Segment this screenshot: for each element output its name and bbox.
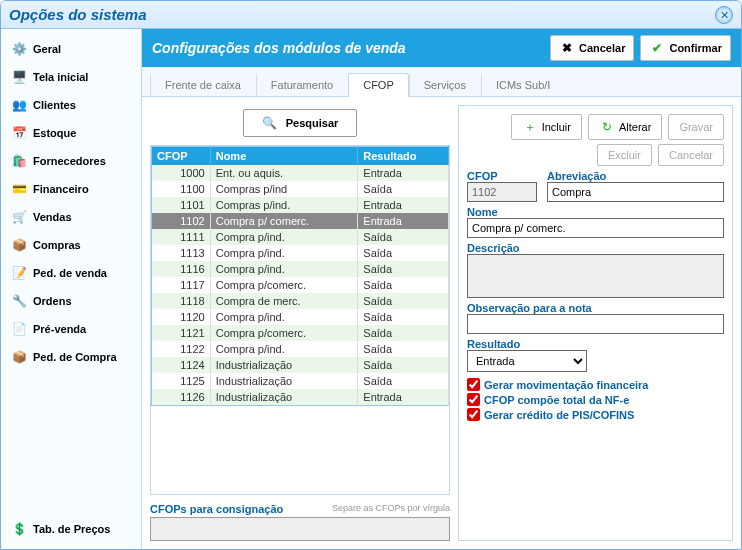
res-label: Resultado — [467, 338, 587, 350]
plus-icon: ＋ — [522, 119, 538, 135]
titlebar: Opções do sistema ✕ — [1, 1, 741, 29]
table-row[interactable]: 1113Compra p/ind.Saída — [152, 245, 449, 261]
sidebar-item-label: Ped. de Compra — [33, 351, 117, 363]
tabs: Frente de caixaFaturamentoCFOPServiçosIC… — [142, 67, 741, 97]
tab-cfop[interactable]: CFOP — [348, 73, 409, 97]
sidebar-item-3[interactable]: 📅Estoque — [7, 121, 135, 145]
nome-label: Nome — [467, 206, 724, 218]
sidebar-item-6[interactable]: 🛒Vendas — [7, 205, 135, 229]
price-icon: 💲 — [11, 521, 27, 537]
sidebar-item-label: Pré-venda — [33, 323, 86, 335]
table-row[interactable]: 1118Compra de merc.Saída — [152, 293, 449, 309]
incluir-button[interactable]: ＋Incluir — [511, 114, 582, 140]
content-header: Configurações dos módulos de venda ✖Canc… — [142, 29, 741, 67]
desc-label: Descrição — [467, 242, 724, 254]
table-row[interactable]: 1125IndustrializaçãoSaída — [152, 373, 449, 389]
cancel-button[interactable]: ✖Cancelar — [550, 35, 634, 61]
confirm-icon: ✔ — [649, 40, 665, 56]
check-financeira[interactable]: Gerar movimentação financeira — [467, 378, 724, 391]
refresh-icon: ↻ — [599, 119, 615, 135]
col-header: CFOP — [152, 147, 211, 166]
consig-hint: Separe as CFOPs por vírgula — [332, 503, 450, 513]
tab-icms-sub-i[interactable]: ICMs Sub/I — [481, 73, 565, 96]
sidebar-icon: 📝 — [11, 265, 27, 281]
sidebar-item-0[interactable]: ⚙️Geral — [7, 37, 135, 61]
table-row[interactable]: 1124IndustrializaçãoSaída — [152, 357, 449, 373]
close-icon[interactable]: ✕ — [715, 6, 733, 24]
sidebar-icon: 🛍️ — [11, 153, 27, 169]
form-panel: ＋Incluir ↻Alterar Gravar Excluir Cancela… — [458, 105, 733, 541]
confirm-button[interactable]: ✔Confirmar — [640, 35, 731, 61]
table-row[interactable]: 1126IndustrializaçãoEntrada — [152, 389, 449, 406]
cancelar-form-button: Cancelar — [658, 144, 724, 166]
sidebar-item-1[interactable]: 🖥️Tela inicial — [7, 65, 135, 89]
table-row[interactable]: 1120Compra p/ind.Saída — [152, 309, 449, 325]
sidebar-icon: 👥 — [11, 97, 27, 113]
table-row[interactable]: 1122Compra p/ind.Saída — [152, 341, 449, 357]
sidebar-item-11[interactable]: 📦Ped. de Compra — [7, 345, 135, 369]
tab-frente-de-caixa[interactable]: Frente de caixa — [150, 73, 256, 96]
table-row[interactable]: 1117Compra p/comerc.Saída — [152, 277, 449, 293]
sidebar-item-label: Ordens — [33, 295, 72, 307]
sidebar-item-label: Compras — [33, 239, 81, 251]
desc-input[interactable] — [467, 254, 724, 298]
sidebar-item-label: Tab. de Preços — [33, 523, 110, 535]
sidebar-icon: 📦 — [11, 237, 27, 253]
cfop-label: CFOP — [467, 170, 537, 182]
res-select[interactable]: Entrada — [467, 350, 587, 372]
sidebar-item-label: Vendas — [33, 211, 72, 223]
sidebar-item-label: Estoque — [33, 127, 76, 139]
sidebar-icon: 📦 — [11, 349, 27, 365]
tab-servi-os[interactable]: Serviços — [409, 73, 481, 96]
sidebar-icon: 🛒 — [11, 209, 27, 225]
cfop-table: CFOPNomeResultado 1000Ent. ou aquis.Entr… — [151, 146, 449, 406]
sidebar-item-precos[interactable]: 💲Tab. de Preços — [7, 517, 135, 541]
sidebar-icon: 💳 — [11, 181, 27, 197]
check-pis[interactable]: Gerar crédito de PIS/COFINS — [467, 408, 724, 421]
excluir-button: Excluir — [597, 144, 652, 166]
cfop-input — [467, 182, 537, 202]
table-row[interactable]: 1116Compra p/ind.Saída — [152, 261, 449, 277]
sidebar-icon: 📄 — [11, 321, 27, 337]
abrev-input[interactable] — [547, 182, 724, 202]
sidebar-item-label: Tela inicial — [33, 71, 88, 83]
sidebar-item-4[interactable]: 🛍️Fornecedores — [7, 149, 135, 173]
table-row[interactable]: 1111Compra p/ind.Saída — [152, 229, 449, 245]
sidebar-item-label: Fornecedores — [33, 155, 106, 167]
sidebar-icon: 🔧 — [11, 293, 27, 309]
sidebar-item-5[interactable]: 💳Financeiro — [7, 177, 135, 201]
table-row[interactable]: 1102Compra p/ comerc.Entrada — [152, 213, 449, 229]
sidebar-item-10[interactable]: 📄Pré-venda — [7, 317, 135, 341]
sidebar-item-label: Clientes — [33, 99, 76, 111]
obs-label: Observação para a nota — [467, 302, 724, 314]
nome-input[interactable] — [467, 218, 724, 238]
table-row[interactable]: 1121Compra p/comerc.Saída — [152, 325, 449, 341]
gravar-button: Gravar — [668, 114, 724, 140]
alterar-button[interactable]: ↻Alterar — [588, 114, 662, 140]
tab-faturamento[interactable]: Faturamento — [256, 73, 348, 96]
abrev-label: Abreviação — [547, 170, 724, 182]
page-title: Configurações dos módulos de venda — [152, 40, 544, 56]
sidebar-item-8[interactable]: 📝Ped. de venda — [7, 261, 135, 285]
sidebar: ⚙️Geral🖥️Tela inicial👥Clientes📅Estoque🛍️… — [1, 29, 141, 549]
consignacao-section: CFOPs para consignação Separe as CFOPs p… — [150, 503, 450, 541]
consig-label: CFOPs para consignação — [150, 503, 283, 515]
sidebar-item-9[interactable]: 🔧Ordens — [7, 289, 135, 313]
sidebar-item-2[interactable]: 👥Clientes — [7, 93, 135, 117]
sidebar-item-label: Financeiro — [33, 183, 89, 195]
check-nfe[interactable]: CFOP compõe total da NF-e — [467, 393, 724, 406]
search-button[interactable]: 🔍Pesquisar — [243, 109, 358, 137]
col-header: Nome — [210, 147, 358, 166]
sidebar-item-label: Geral — [33, 43, 61, 55]
table-row[interactable]: 1100Compras p/indSaída — [152, 181, 449, 197]
sidebar-icon: 📅 — [11, 125, 27, 141]
table-row[interactable]: 1000Ent. ou aquis.Entrada — [152, 165, 449, 181]
table-row[interactable]: 1101Compras p/ind.Entrada — [152, 197, 449, 213]
obs-input[interactable] — [467, 314, 724, 334]
cancel-icon: ✖ — [559, 40, 575, 56]
sidebar-icon: ⚙️ — [11, 41, 27, 57]
search-icon: 🔍 — [262, 115, 278, 131]
sidebar-item-7[interactable]: 📦Compras — [7, 233, 135, 257]
consig-input[interactable] — [150, 517, 450, 541]
col-header: Resultado — [358, 147, 449, 166]
